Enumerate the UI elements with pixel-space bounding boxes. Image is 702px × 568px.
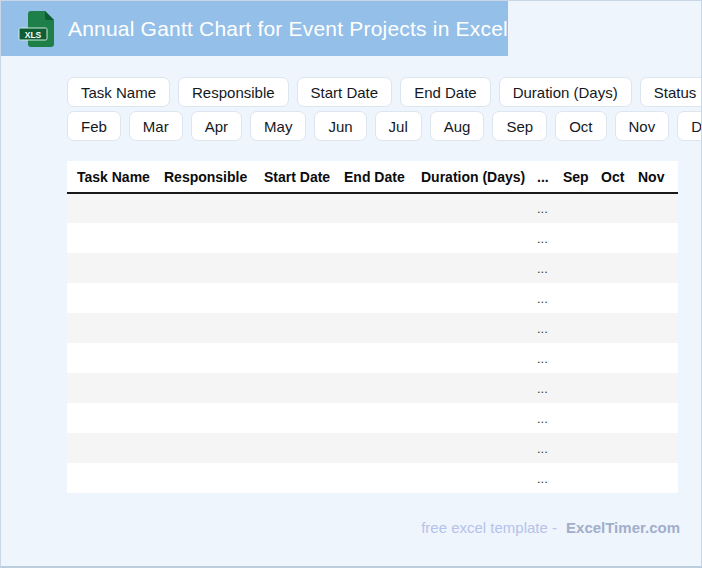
table-cell — [334, 283, 411, 313]
chip-feb[interactable]: Feb — [67, 111, 121, 141]
chip-responsible[interactable]: Responsible — [178, 77, 289, 107]
table-cell — [154, 343, 254, 373]
table-cell — [411, 223, 527, 253]
chip-mar[interactable]: Mar — [129, 111, 183, 141]
table-cell — [553, 313, 591, 343]
chip-jun[interactable]: Jun — [314, 111, 366, 141]
table-cell — [591, 433, 628, 463]
table-cell — [334, 313, 411, 343]
table-cell: ... — [527, 283, 553, 313]
table-header-cell: Sep — [553, 161, 591, 193]
table-cell — [411, 373, 527, 403]
table-header-cell: Start Date — [254, 161, 334, 193]
table-cell — [254, 463, 334, 493]
chip-jul[interactable]: Jul — [375, 111, 422, 141]
table-cell — [628, 433, 678, 463]
table-cell — [628, 223, 678, 253]
table-header-row: Task NameResponsibleStart DateEnd DateDu… — [67, 161, 678, 193]
table-cell — [591, 253, 628, 283]
table-cell — [591, 313, 628, 343]
table-cell — [154, 403, 254, 433]
chip-start-date[interactable]: Start Date — [297, 77, 393, 107]
column-chips: Task NameResponsibleStart DateEnd DateDu… — [67, 77, 695, 145]
table-cell — [254, 403, 334, 433]
table-cell — [411, 193, 527, 223]
table-header-cell: Oct — [591, 161, 628, 193]
table-cell — [334, 253, 411, 283]
chip-end-date[interactable]: End Date — [400, 77, 491, 107]
chip-dec[interactable]: Dec — [677, 111, 702, 141]
table-cell — [628, 373, 678, 403]
xls-file-icon: XLS — [18, 8, 56, 50]
table-cell — [154, 193, 254, 223]
table-cell — [67, 463, 154, 493]
table-cell — [334, 343, 411, 373]
table-cell — [628, 253, 678, 283]
page-title: Annual Gantt Chart for Event Projects in… — [68, 17, 508, 41]
table-header-cell: ... — [527, 161, 553, 193]
table-cell — [334, 463, 411, 493]
table-cell — [411, 343, 527, 373]
table-cell: ... — [527, 463, 553, 493]
table-cell — [254, 193, 334, 223]
table-cell — [411, 283, 527, 313]
chip-oct[interactable]: Oct — [555, 111, 606, 141]
table-cell — [553, 343, 591, 373]
table-row: ... — [67, 403, 678, 433]
xls-badge-text: XLS — [25, 29, 42, 39]
table-cell: ... — [527, 403, 553, 433]
table-cell — [628, 343, 678, 373]
table-header-cell: Nov — [628, 161, 678, 193]
table-row: ... — [67, 313, 678, 343]
chip-duration-days[interactable]: Duration (Days) — [499, 77, 632, 107]
table-header-cell: Duration (Days) — [411, 161, 527, 193]
table-cell: ... — [527, 343, 553, 373]
table-cell — [67, 373, 154, 403]
table-cell — [553, 193, 591, 223]
table-cell — [628, 463, 678, 493]
table-cell — [591, 223, 628, 253]
table-cell — [67, 223, 154, 253]
chip-may[interactable]: May — [250, 111, 306, 141]
table-row: ... — [67, 343, 678, 373]
table-cell — [411, 463, 527, 493]
chip-sep[interactable]: Sep — [492, 111, 547, 141]
table-cell — [628, 403, 678, 433]
table-cell — [591, 373, 628, 403]
table-cell — [628, 313, 678, 343]
chip-task-name[interactable]: Task Name — [67, 77, 170, 107]
table-header-cell: End Date — [334, 161, 411, 193]
table-row: ... — [67, 223, 678, 253]
chip-status[interactable]: Status — [640, 77, 702, 107]
table-cell — [67, 253, 154, 283]
gantt-table-wrap: Task NameResponsibleStart DateEnd DateDu… — [67, 161, 678, 493]
table-row: ... — [67, 463, 678, 493]
table-cell — [154, 223, 254, 253]
table-cell — [254, 313, 334, 343]
table-cell — [553, 463, 591, 493]
table-cell — [591, 193, 628, 223]
footer-brand-link[interactable]: ExcelTimer.com — [566, 519, 680, 536]
chip-nov[interactable]: Nov — [615, 111, 670, 141]
table-cell: ... — [527, 373, 553, 403]
table-cell — [67, 283, 154, 313]
table-row: ... — [67, 253, 678, 283]
table-cell: ... — [527, 313, 553, 343]
table-cell — [591, 283, 628, 313]
table-cell — [553, 373, 591, 403]
table-cell — [591, 403, 628, 433]
table-cell — [334, 193, 411, 223]
table-cell — [334, 373, 411, 403]
table-cell — [411, 253, 527, 283]
table-cell — [254, 223, 334, 253]
table-cell — [411, 313, 527, 343]
table-cell — [254, 373, 334, 403]
table-row: ... — [67, 283, 678, 313]
chip-apr[interactable]: Apr — [191, 111, 242, 141]
table-cell — [591, 463, 628, 493]
table-cell — [411, 433, 527, 463]
table-cell — [334, 223, 411, 253]
table-cell — [67, 343, 154, 373]
chip-aug[interactable]: Aug — [430, 111, 485, 141]
chip-row-2: FebMarAprMayJunJulAugSepOctNovDec — [67, 111, 695, 141]
